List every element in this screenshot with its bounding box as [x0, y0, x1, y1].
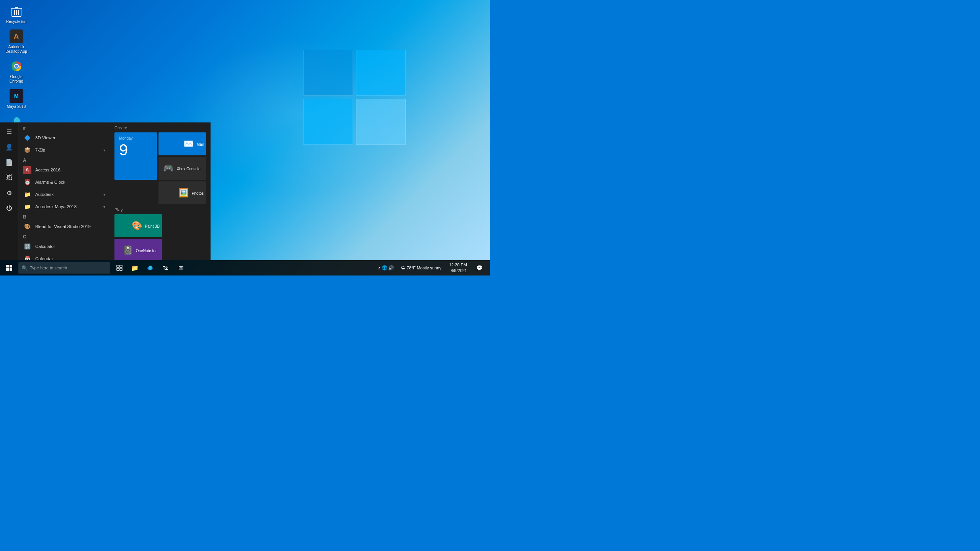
start-left-icons: ☰ 👤 📄 🖼 ⚙ ⏻	[0, 122, 18, 260]
edge-taskbar-button[interactable]	[142, 260, 158, 276]
app-access-2016[interactable]: A Access 2016	[18, 164, 110, 176]
app-3d-viewer[interactable]: 🔷 3D Viewer	[18, 132, 110, 144]
start-tiles-panel: Create Monday 9 ✉️ Mail 🎮 Xbox Console..…	[110, 122, 211, 260]
windows-logo	[303, 50, 406, 145]
recycle-bin-label: Recycle Bin	[6, 20, 26, 24]
svg-rect-17	[120, 265, 122, 267]
icon-google-chrome[interactable]: Google Chrome	[2, 57, 31, 86]
weather-taskbar[interactable]: 🌤 78°F Mostly sunny	[398, 266, 444, 270]
win-tile-4	[356, 99, 406, 145]
autodesk-maya-folder-icon: 📁	[23, 202, 31, 211]
access-icon: A	[23, 166, 31, 174]
play-section-label: Play	[114, 207, 206, 212]
search-magnifier-icon: 🔍	[21, 265, 28, 271]
weather-sun-icon: 🌤	[401, 266, 405, 270]
onenote-tile[interactable]: 📓 OneNote for...	[114, 239, 162, 260]
start-pictures-icon[interactable]: 🖼	[2, 170, 17, 185]
systray-expand-icon[interactable]: ∧	[378, 266, 381, 271]
7zip-expand-arrow: ▾	[103, 148, 105, 152]
icon-maya[interactable]: M Maya 2018	[2, 87, 31, 111]
7zip-icon: 📦	[23, 146, 31, 154]
app-autodesk-maya[interactable]: 📁 Autodesk Maya 2018 ▾	[18, 201, 110, 213]
calendar-icon: 📅	[23, 254, 31, 260]
xbox-tile-icon: 🎮	[163, 163, 173, 173]
start-power-icon[interactable]: ⏻	[2, 201, 17, 216]
photos-tile-label: Photos	[192, 191, 204, 196]
section-c: C	[18, 233, 110, 240]
photos-tile[interactable]: 🖼️ Photos	[158, 181, 206, 204]
desktop: Recycle Bin A Autodesk Desktop App Googl…	[0, 0, 490, 276]
mail-tile-icon: ✉️	[183, 139, 194, 149]
svg-rect-18	[117, 268, 119, 271]
paint3d-label: Paint 3D	[145, 224, 160, 229]
app-blend-vs[interactable]: 🎨 Blend for Visual Studio 2019	[18, 220, 110, 233]
start-docs-icon[interactable]: 📄	[2, 155, 17, 170]
photos-tile-icon: 🖼️	[178, 188, 189, 198]
start-user-icon[interactable]: 👤	[2, 139, 17, 155]
svg-rect-19	[120, 268, 122, 271]
start-settings-icon[interactable]: ⚙	[2, 185, 17, 201]
task-view-button[interactable]	[112, 260, 127, 276]
app-calculator[interactable]: 🔢 Calculator	[18, 240, 110, 253]
systray-area: ∧ 🌐 🔊	[376, 265, 396, 271]
xbox-tile[interactable]: 🎮 Xbox Console...	[158, 157, 206, 180]
section-a: A	[18, 156, 110, 164]
taskbar-right-area: ∧ 🌐 🔊 🌤 78°F Mostly sunny 12:20 PM 8/9/2…	[376, 260, 490, 276]
start-app-list: # 🔷 3D Viewer 📦 7-Zip ▾ A A Access 2016 …	[18, 122, 110, 260]
app-autodesk[interactable]: 📁 Autodesk ▾	[18, 188, 110, 201]
svg-rect-16	[117, 265, 119, 267]
svg-point-21	[149, 266, 152, 270]
recycle-bin-icon	[10, 4, 23, 18]
network-icon: 🌐	[382, 265, 387, 271]
autodesk-icon: A	[10, 29, 23, 43]
app-alarms-clock[interactable]: ⏰ Alarms & Clock	[18, 176, 110, 188]
section-b: B	[18, 213, 110, 220]
start-menu: ☰ 👤 📄 🖼 ⚙ ⏻ # 🔷 3D Viewer 📦 7-Zip ▾ A A …	[0, 122, 211, 260]
notification-button[interactable]: 💬	[472, 260, 487, 276]
win-tile-1	[303, 50, 353, 96]
volume-icon: 🔊	[388, 265, 394, 271]
taskbar-search-bar[interactable]: 🔍	[18, 262, 110, 274]
paint3d-tile[interactable]: 🎨 Paint 3D	[114, 214, 162, 237]
weather-text: 78°F Mostly sunny	[407, 266, 441, 270]
autodesk-folder-icon: 📁	[23, 190, 31, 199]
icon-recycle-bin[interactable]: Recycle Bin	[2, 2, 31, 26]
win-tile-2	[356, 50, 406, 96]
alarms-icon: ⏰	[23, 178, 31, 186]
calculator-icon: 🔢	[23, 242, 31, 251]
chrome-icon	[10, 59, 23, 73]
mail-tile-label: Mail	[197, 142, 204, 147]
app-calendar[interactable]: 📅 Calendar	[18, 253, 110, 260]
maya-icon: M	[10, 89, 23, 103]
svg-rect-15	[10, 268, 12, 271]
create-section-label: Create	[114, 126, 206, 130]
svg-rect-12	[6, 265, 9, 267]
app-7zip[interactable]: 📦 7-Zip ▾	[18, 144, 110, 156]
3d-viewer-icon: 🔷	[23, 134, 31, 142]
svg-point-3	[15, 65, 18, 68]
calendar-tile[interactable]: Monday 9	[114, 132, 157, 180]
store-taskbar-button[interactable]: 🛍	[158, 260, 173, 276]
file-explorer-button[interactable]: 📁	[127, 260, 142, 276]
taskbar-clock[interactable]: 12:20 PM 8/9/2021	[446, 262, 470, 274]
mail-taskbar-button[interactable]: ✉	[173, 260, 188, 276]
autodesk-expand-arrow: ▾	[103, 192, 105, 197]
clock-date: 8/9/2021	[451, 268, 467, 274]
mail-tile[interactable]: ✉️ Mail	[158, 132, 206, 155]
taskbar: 🔍 📁 🛍 ✉ ∧ 🌐 🔊 🌤 78°F Mostly sunny	[0, 260, 490, 276]
xbox-tile-label: Xbox Console...	[176, 167, 204, 171]
autodesk-maya-expand-arrow: ▾	[103, 205, 105, 209]
svg-rect-14	[6, 268, 9, 271]
clock-time: 12:20 PM	[449, 262, 467, 268]
start-hamburger-icon[interactable]: ☰	[2, 124, 17, 139]
autodesk-label: Autodesk Desktop App	[3, 45, 29, 54]
play-tiles-row: 🎨 Paint 3D 📓 OneNote for... 🎬 Movies & T…	[114, 214, 206, 260]
right-create-tiles: ✉️ Mail 🎮 Xbox Console... 🖼️ Photos	[158, 132, 206, 204]
icon-autodesk-desktop[interactable]: A Autodesk Desktop App	[2, 27, 31, 56]
blend-vs-icon: 🎨	[23, 222, 31, 231]
search-input[interactable]	[30, 266, 106, 270]
onenote-label: OneNote for...	[136, 249, 160, 253]
start-button[interactable]	[0, 260, 18, 276]
calendar-date-number: 9	[117, 142, 130, 158]
win-tile-3	[303, 99, 353, 145]
